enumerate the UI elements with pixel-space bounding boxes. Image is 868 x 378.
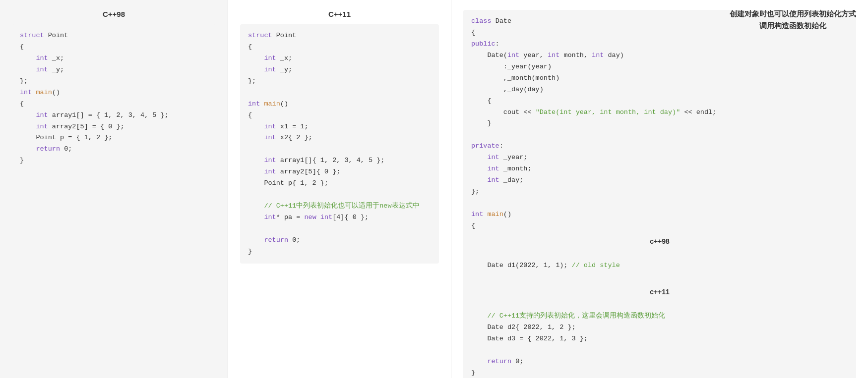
- right-heading: 创建对象时也可以使用列表初始化方式 调用构造函数初始化: [730, 8, 856, 32]
- middle-code-block: struct Point { int _x; int _y; }; int ma…: [240, 24, 439, 264]
- left-code-block: struct Point { int _x; int _y; }; int ma…: [12, 24, 216, 172]
- heading-line1: 创建对象时也可以使用列表初始化方式: [730, 9, 856, 18]
- middle-code: struct Point { int _x; int _y; }; int ma…: [248, 30, 431, 258]
- heading-line2: 调用构造函数初始化: [759, 21, 826, 30]
- left-panel: C++98 struct Point { int _x; int _y; }; …: [0, 0, 228, 378]
- middle-panel-label: C++11: [240, 10, 439, 18]
- right-panel: 创建对象时也可以使用列表初始化方式 调用构造函数初始化 class Date {…: [451, 0, 868, 378]
- right-code: class Date { public: Date(int year, int …: [471, 16, 848, 378]
- middle-panel: C++11 struct Point { int _x; int _y; }; …: [228, 0, 451, 378]
- left-panel-label: C++98: [12, 10, 216, 18]
- right-code-block: class Date { public: Date(int year, int …: [463, 10, 856, 378]
- left-code: struct Point { int _x; int _y; }; int ma…: [20, 30, 208, 166]
